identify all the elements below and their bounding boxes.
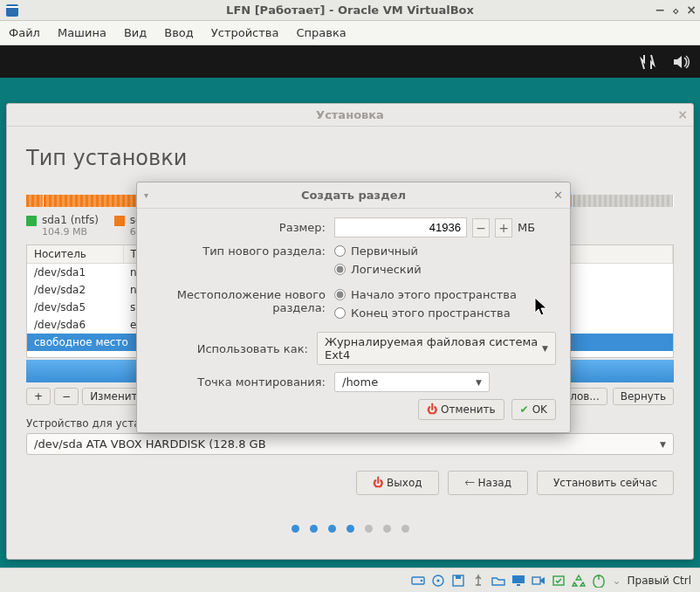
partition-seg-clipped bbox=[573, 195, 674, 207]
legend-size: 104.9 MB bbox=[42, 226, 99, 237]
col-device[interactable]: Носитель bbox=[27, 245, 123, 264]
recycle-icon[interactable] bbox=[572, 574, 586, 588]
sound-icon[interactable] bbox=[672, 53, 690, 71]
optical-icon[interactable] bbox=[431, 574, 445, 588]
remove-partition-button[interactable]: − bbox=[54, 388, 79, 405]
cancel-icon: ⏻ bbox=[427, 403, 437, 416]
mouse-capture-icon[interactable] bbox=[592, 574, 606, 588]
size-increment[interactable]: + bbox=[495, 218, 512, 237]
back-button[interactable]: 🡐Назад bbox=[448, 471, 528, 495]
step-dot bbox=[310, 525, 318, 533]
radio-logical[interactable]: Логический bbox=[334, 263, 422, 276]
wizard-nav: ⏻Выход 🡐Назад Установить сейчас bbox=[26, 471, 674, 495]
svg-point-3 bbox=[421, 579, 423, 582]
guest-topbar bbox=[0, 45, 700, 78]
wizard-progress bbox=[26, 525, 674, 533]
window-titlebar: LFN [Работает] - Oracle VM VirtualBox − … bbox=[0, 0, 700, 21]
revert-button[interactable]: Вернуть bbox=[613, 388, 674, 405]
virtualbox-icon bbox=[5, 3, 19, 17]
menu-view[interactable]: Вид bbox=[124, 26, 147, 39]
maximize-button[interactable]: ⬦ bbox=[672, 2, 679, 17]
bootloader-value: /dev/sda ATA VBOX HARDDISK (128.8 GB bbox=[34, 437, 266, 451]
video-capture-icon[interactable] bbox=[532, 574, 546, 588]
usb-icon[interactable] bbox=[471, 574, 485, 588]
legend-name: sda1 (ntfs) bbox=[42, 214, 99, 226]
floppy-icon[interactable] bbox=[451, 574, 465, 588]
network-icon[interactable] bbox=[639, 53, 656, 71]
type-label: Тип нового раздела: bbox=[151, 244, 326, 258]
svg-point-5 bbox=[437, 579, 440, 582]
chevron-down-icon: ▼ bbox=[660, 440, 666, 449]
installer-title: Установка bbox=[316, 108, 384, 121]
dialog-close-button[interactable]: ✕ bbox=[553, 189, 563, 202]
legend-item: sda1 (ntfs) 104.9 MB bbox=[26, 214, 99, 237]
dialog-titlebar: ▾ Создать раздел ✕ bbox=[137, 182, 570, 209]
arrow-left-icon: 🡐 bbox=[464, 477, 475, 489]
close-button[interactable]: × bbox=[686, 2, 697, 17]
chevron-down-icon: ▼ bbox=[542, 344, 548, 353]
partition-seg bbox=[26, 195, 44, 207]
add-partition-button[interactable]: + bbox=[26, 388, 51, 405]
legend-swatch bbox=[114, 216, 125, 226]
location-label: Местоположение нового раздела: bbox=[151, 288, 326, 314]
svg-rect-1 bbox=[6, 6, 18, 8]
size-unit: МБ bbox=[518, 221, 535, 234]
svg-rect-10 bbox=[532, 577, 540, 584]
bootloader-select[interactable]: /dev/sda ATA VBOX HARDDISK (128.8 GB ▼ bbox=[26, 433, 674, 455]
power-icon: ⏻ bbox=[373, 477, 383, 489]
menubar: Файл Машина Вид Ввод Устройства Справка bbox=[0, 21, 700, 45]
size-input[interactable] bbox=[334, 217, 467, 237]
svg-rect-9 bbox=[517, 584, 520, 586]
dialog-title: Создать раздел bbox=[301, 189, 406, 202]
mount-point-select[interactable]: /home ▼ bbox=[334, 372, 490, 392]
size-label: Размер: bbox=[151, 221, 326, 234]
menu-help[interactable]: Справка bbox=[296, 26, 346, 39]
step-dot bbox=[401, 525, 409, 533]
quit-button[interactable]: ⏻Выход bbox=[356, 471, 438, 495]
installer-titlebar: Установка × bbox=[7, 104, 693, 127]
audio-status-icon[interactable] bbox=[552, 574, 566, 588]
cancel-button[interactable]: ⏻Отменить bbox=[418, 399, 504, 420]
menu-input[interactable]: Ввод bbox=[164, 26, 194, 39]
menu-file[interactable]: Файл bbox=[9, 26, 40, 39]
menu-machine[interactable]: Машина bbox=[58, 26, 106, 39]
menu-indicator-icon[interactable]: ▾ bbox=[144, 190, 148, 200]
mount-label: Точка монтирования: bbox=[151, 375, 326, 389]
svg-rect-8 bbox=[512, 575, 525, 583]
window-title: LFN [Работает] - Oracle VM VirtualBox bbox=[226, 3, 474, 17]
svg-rect-7 bbox=[456, 575, 461, 579]
check-icon: ✔ bbox=[520, 403, 529, 416]
step-dot bbox=[365, 525, 373, 533]
shared-folder-icon[interactable] bbox=[491, 574, 505, 588]
size-decrement[interactable]: − bbox=[472, 218, 490, 237]
create-partition-dialog: ▾ Создать раздел ✕ Размер: − + МБ Тип но… bbox=[136, 182, 571, 433]
menu-devices[interactable]: Устройства bbox=[211, 26, 279, 39]
radio-begin[interactable]: Начало этого пространства bbox=[334, 288, 517, 301]
chevron-down-icon: ▼ bbox=[476, 378, 482, 387]
page-heading: Тип установки bbox=[26, 146, 674, 170]
step-dot bbox=[383, 525, 391, 533]
display-icon[interactable] bbox=[511, 574, 525, 588]
host-key-label: Правый Ctrl bbox=[627, 575, 691, 587]
step-dot bbox=[292, 525, 299, 533]
radio-primary[interactable]: Первичный bbox=[334, 244, 422, 258]
legend-swatch bbox=[26, 216, 37, 226]
step-dot bbox=[328, 525, 336, 533]
minimize-button[interactable]: − bbox=[655, 2, 666, 17]
use-as-label: Использовать как: bbox=[151, 342, 308, 355]
mount-point-value: /home bbox=[342, 375, 378, 389]
use-as-select[interactable]: Журналируемая файловая система Ext4 ▼ bbox=[317, 332, 556, 365]
install-button[interactable]: Установить сейчас bbox=[537, 471, 674, 495]
radio-end[interactable]: Конец этого пространства bbox=[334, 306, 517, 320]
ok-button[interactable]: ✔OK bbox=[511, 399, 556, 420]
step-dot bbox=[347, 525, 354, 533]
hdd-icon[interactable] bbox=[411, 574, 425, 588]
installer-close-button[interactable]: × bbox=[677, 107, 688, 121]
virtualbox-statusbar: ⌄ Правый Ctrl bbox=[0, 568, 700, 592]
use-as-value: Журналируемая файловая система Ext4 bbox=[325, 335, 542, 361]
